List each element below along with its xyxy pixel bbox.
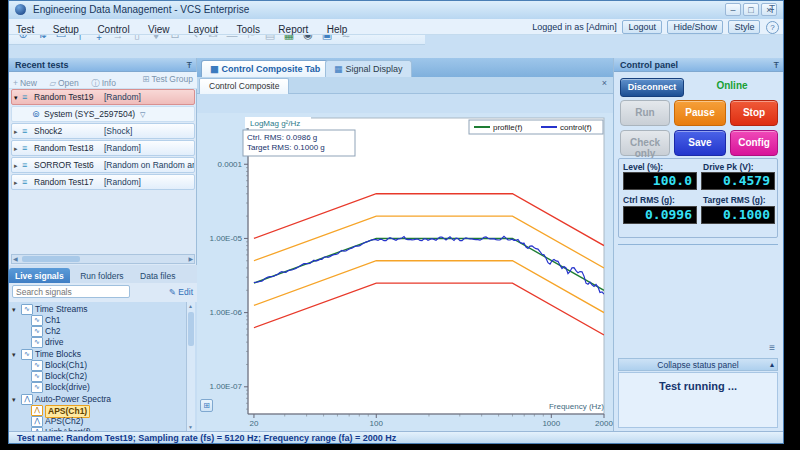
plus-icon: + xyxy=(13,78,18,88)
scroll-down-icon[interactable]: ▼ xyxy=(188,424,193,430)
pin-icon[interactable]: Ŧ xyxy=(769,4,775,15)
menu-help[interactable]: Help xyxy=(320,23,355,35)
session-area: Logged in as [Admin] Logout Hide/Show St… xyxy=(532,20,779,34)
svg-text:1.00E-05: 1.00E-05 xyxy=(210,234,243,243)
menu-control[interactable]: Control xyxy=(90,23,136,35)
open-test-button[interactable]: ▱Open xyxy=(45,76,82,88)
signal-search-row: ✎ Edit xyxy=(9,283,197,302)
svg-text:20: 20 xyxy=(249,419,258,428)
level-label: Level (%): xyxy=(623,162,663,172)
test-item-random-test18[interactable]: ▸ ≡ Random Test18 [Random] xyxy=(11,140,195,156)
tree-item-aps-ch2[interactable]: ⋀APS(Ch2) xyxy=(9,416,184,427)
new-test-button[interactable]: +New xyxy=(9,76,41,88)
menu-layout[interactable]: Layout xyxy=(181,23,225,35)
axis-adjust-icon[interactable]: ⊞ xyxy=(200,399,213,412)
test-name: Shock2 xyxy=(34,124,62,139)
chart-pane: 0.00011.00E-051.00E-061.00E-072010010002… xyxy=(197,113,613,431)
title-bar: Engineering Data Management - VCS Enterp… xyxy=(9,1,783,19)
style-button[interactable]: Style xyxy=(728,20,760,34)
pin-icon[interactable]: Ŧ xyxy=(774,58,780,72)
tree-item-block-drive[interactable]: ∿Block(drive) xyxy=(9,382,184,393)
subtab-control-composite[interactable]: Control Composite xyxy=(199,78,289,94)
hide-show-button[interactable]: Hide/Show xyxy=(667,20,723,34)
logout-button[interactable]: Logout xyxy=(622,20,662,34)
test-system-item[interactable]: ⊚ System (SYS_2597504) ▽ xyxy=(11,106,195,122)
edit-link[interactable]: ✎ Edit xyxy=(169,287,193,297)
menu-tools[interactable]: Tools xyxy=(230,23,267,35)
live-signals-tree: ▾ ∿ Time Streams ∿Ch1 ∿Ch2 ∿drive ▾ ∿ Ti… xyxy=(9,302,197,431)
menu-list-icon[interactable]: ≡ xyxy=(769,342,775,353)
scroll-up-icon[interactable]: ▲ xyxy=(188,303,193,309)
target-rms-display: 0.1000 xyxy=(701,206,775,224)
tree-item-aps-ch1[interactable]: ⋀APS(Ch1) xyxy=(9,405,184,416)
group-icon: ⊞ xyxy=(142,74,149,84)
tree-item-drive[interactable]: ∿drive xyxy=(9,337,184,348)
help-icon[interactable]: ? xyxy=(766,21,779,34)
tree-item-block-ch1[interactable]: ∿Block(Ch1) xyxy=(9,360,184,371)
app-icon xyxy=(15,4,26,15)
maximize-button[interactable]: □ xyxy=(743,3,759,16)
control-panel-header: Control panel Ŧ xyxy=(614,58,783,72)
logged-in-label: Logged in as [Admin] xyxy=(532,22,617,32)
tab-run-folders[interactable]: Run folders xyxy=(74,268,129,283)
horizontal-scrollbar[interactable]: ◀ ▶ xyxy=(11,254,195,264)
menu-setup[interactable]: Setup xyxy=(46,23,86,35)
config-button[interactable]: Config xyxy=(730,130,778,156)
dropdown-icon[interactable]: ▽ xyxy=(140,107,145,122)
waveform-icon: ∿ xyxy=(31,337,43,348)
save-button[interactable]: Save xyxy=(674,130,726,156)
search-input[interactable] xyxy=(12,285,130,298)
waveform-icon: ∿ xyxy=(31,360,43,371)
close-icon[interactable]: × xyxy=(602,78,607,88)
svg-text:1.00E-07: 1.00E-07 xyxy=(210,382,243,391)
stop-button[interactable]: Stop xyxy=(730,100,778,126)
window-title: Engineering Data Management - VCS Enterp… xyxy=(33,4,249,15)
info-button[interactable]: ⓘInfo xyxy=(87,76,120,90)
recent-tests-toolbar: +New ▱Open ⓘInfo ⊞Test Group xyxy=(9,72,197,89)
tree-item-ch2[interactable]: ∿Ch2 xyxy=(9,326,184,337)
pin-icon[interactable]: Ŧ xyxy=(187,58,193,72)
collapse-status-panel-button[interactable]: Collapse status panel ▴ xyxy=(618,358,778,371)
tree-group-time-blocks[interactable]: ▾ ∿ Time Blocks xyxy=(9,349,184,360)
menu-test[interactable]: Test xyxy=(9,23,41,35)
expander-icon[interactable]: ▾ xyxy=(14,90,18,105)
tab-signal-display[interactable]: ▦Signal Display xyxy=(325,60,412,77)
tree-item-block-ch2[interactable]: ∿Block(Ch2) xyxy=(9,371,184,382)
online-status: Online xyxy=(692,80,772,91)
expander-icon[interactable]: ▾ xyxy=(12,304,16,315)
scrollbar-thumb[interactable] xyxy=(22,256,80,262)
expander-icon[interactable]: ▾ xyxy=(12,394,16,405)
menu-report[interactable]: Report xyxy=(271,23,315,35)
svg-text:1000: 1000 xyxy=(542,419,560,428)
test-name: Random Test18 xyxy=(34,141,93,156)
disconnect-button[interactable]: Disconnect xyxy=(620,78,684,97)
pause-button[interactable]: Pause xyxy=(674,100,726,126)
menu-view[interactable]: View xyxy=(141,23,177,35)
status-bar-text: Test name: Random Test19; Sampling rate … xyxy=(17,433,396,443)
scroll-right-icon[interactable]: ▶ xyxy=(188,255,193,263)
test-type: [Random on Random and Sin xyxy=(104,158,195,173)
chevron-up-icon: ▴ xyxy=(770,359,774,371)
expander-icon[interactable]: ▸ xyxy=(14,175,18,190)
tab-live-signals[interactable]: Live signals xyxy=(9,268,70,283)
minimize-button[interactable]: – xyxy=(725,3,741,16)
expander-icon[interactable]: ▾ xyxy=(12,349,16,360)
expander-icon[interactable]: ▸ xyxy=(14,124,18,139)
waveform-icon: ∿ xyxy=(31,382,43,393)
expander-icon[interactable]: ▸ xyxy=(14,141,18,156)
test-item-sorror-test6[interactable]: ▸ ≡ SORROR Test6 [Random on Random and S… xyxy=(11,157,195,173)
tree-item-ch1[interactable]: ∿Ch1 xyxy=(9,315,184,326)
expander-icon[interactable]: ▸ xyxy=(14,158,18,173)
tree-group-auto-power-spectra[interactable]: ▾ ⋀ Auto-Power Spectra xyxy=(9,394,184,405)
test-item-random-test17[interactable]: ▸ ≡ Random Test17 [Random] xyxy=(11,174,195,190)
test-item-shock2[interactable]: ▸ ≡ Shock2 [Shock] xyxy=(11,123,195,139)
tree-group-time-streams[interactable]: ▾ ∿ Time Streams xyxy=(9,304,184,315)
scrollbar-thumb[interactable] xyxy=(188,312,194,346)
vertical-scrollbar[interactable]: ▲ ▼ xyxy=(186,302,195,431)
test-group-button[interactable]: ⊞Test Group xyxy=(138,72,197,84)
tab-control-composite[interactable]: ▦Control Composite Tab xyxy=(201,60,329,77)
test-item-random-test19[interactable]: ▾ ≡ Random Test19 [Random] xyxy=(11,89,195,105)
tab-data-files[interactable]: Data files xyxy=(134,268,181,283)
scroll-left-icon[interactable]: ◀ xyxy=(13,255,18,263)
ctrl-rms-display: 0.0996 xyxy=(623,206,697,224)
